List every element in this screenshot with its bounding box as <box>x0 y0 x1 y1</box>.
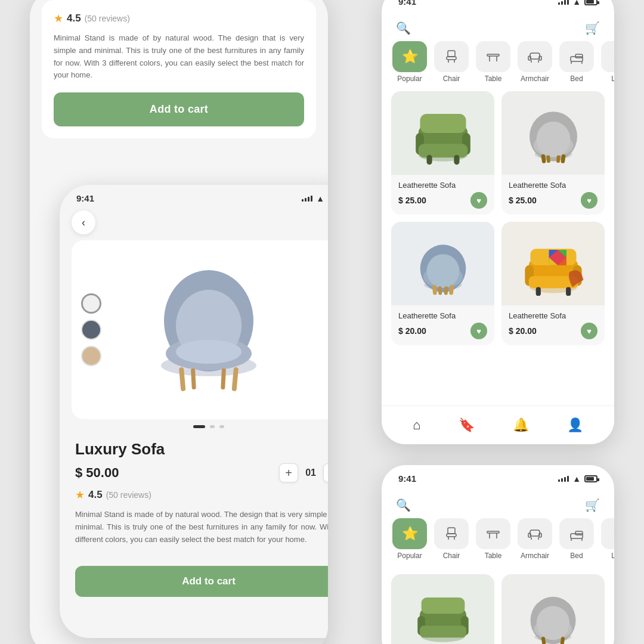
bottom-star-icon: ★ <box>75 488 85 501</box>
bottom-product-card-2[interactable] <box>501 574 605 644</box>
product-card-1-favorite-button[interactable]: ♥ <box>470 192 487 209</box>
bottom-category-bed-label: Bed <box>570 552 583 560</box>
product-card-2[interactable]: Leatherette Sofa $ 25.00 ♥ <box>501 91 605 215</box>
quantity-control: + 01 − <box>279 463 328 482</box>
right-wifi-icon: ▲ <box>572 0 581 7</box>
category-armchair-label: Armchair <box>521 75 549 83</box>
color-swatch-gray[interactable] <box>81 320 101 340</box>
top-add-to-cart-button[interactable]: Add to cart <box>54 92 304 126</box>
category-popular-icon: ⭐ <box>392 41 427 72</box>
nav-home-icon[interactable]: ⌂ <box>413 417 420 433</box>
product-card-4-info: Leatherette Sofa $ 20.00 ♥ <box>501 305 605 345</box>
dot-inactive-2 <box>219 425 224 428</box>
bottom-category-armchair[interactable]: Armchair <box>516 518 553 560</box>
category-lamp[interactable]: La... <box>600 41 614 83</box>
svg-rect-62 <box>535 287 540 296</box>
price-qty-row: $ 50.00 + 01 − <box>75 463 328 482</box>
product-card-3-bottom: $ 20.00 ♥ <box>398 323 487 339</box>
bottom-add-to-cart-button[interactable]: Add to cart <box>75 566 328 597</box>
dot-inactive-1 <box>210 425 215 428</box>
bottom-category-popular-label: Popular <box>397 552 422 560</box>
product-card-1-name: Leatherette Sofa <box>398 181 487 190</box>
quantity-decrement-button[interactable]: − <box>323 463 328 482</box>
search-icon[interactable]: 🔍 <box>396 21 411 35</box>
product-card-2-image <box>501 91 605 175</box>
bottom-right-status-bar: 9:41 ▲ <box>382 465 614 488</box>
categories-row: ⭐ Popular Chair Table <box>382 41 614 91</box>
product-card-2-favorite-button[interactable]: ♥ <box>581 192 597 209</box>
signal-bars-icon <box>302 196 312 202</box>
bottom-right-status-time: 9:41 <box>398 473 416 484</box>
product-detail-phone: 9:41 ▲ ‹ <box>60 185 328 638</box>
category-table-label: Table <box>485 75 502 83</box>
page-dots <box>60 425 328 428</box>
bottom-product-card-1[interactable] <box>391 574 494 644</box>
cart-icon[interactable]: 🛒 <box>585 21 600 35</box>
product-card-3[interactable]: Leatherette Sofa $ 20.00 ♥ <box>391 222 494 345</box>
back-button[interactable]: ‹ <box>72 210 95 234</box>
product-card-4-image <box>501 222 605 305</box>
svg-rect-71 <box>530 530 540 536</box>
product-card-1-bottom: $ 25.00 ♥ <box>398 192 487 209</box>
rating-row: ★ 4.5 (50 reviews) <box>54 12 304 25</box>
category-chair-label: Chair <box>443 75 460 83</box>
status-bar: 9:41 ▲ <box>60 185 328 208</box>
right-header: 🔍 🛒 <box>382 11 614 41</box>
svg-rect-41 <box>546 155 550 163</box>
product-info: Luxury Sofa $ 50.00 + 01 − ★ 4.5 (50 rev… <box>60 434 328 546</box>
category-lamp-icon <box>601 41 614 72</box>
product-card-3-name: Leatherette Sofa <box>398 311 487 320</box>
bottom-right-header: 🔍 🛒 <box>382 488 614 518</box>
svg-rect-65 <box>447 534 456 537</box>
bottom-rating-row: ★ 4.5 (50 reviews) <box>75 488 328 501</box>
product-card-1-price: $ 25.00 <box>398 196 426 205</box>
bottom-category-chair-icon <box>434 518 469 549</box>
category-armchair-icon <box>518 41 552 72</box>
bottom-right-status-icons: ▲ <box>558 474 597 484</box>
color-swatch-white[interactable] <box>81 293 101 314</box>
product-card-1-info: Leatherette Sofa $ 25.00 ♥ <box>391 175 494 215</box>
product-card-3-favorite-button[interactable]: ♥ <box>470 323 487 339</box>
quantity-value: 01 <box>305 467 316 478</box>
right-status-time: 9:41 <box>398 0 416 7</box>
svg-rect-64 <box>448 528 455 534</box>
bottom-category-popular[interactable]: ⭐ Popular <box>391 518 428 560</box>
nav-bell-icon[interactable]: 🔔 <box>513 417 529 433</box>
bottom-category-table-label: Table <box>485 552 502 560</box>
svg-rect-31 <box>418 144 467 157</box>
bottom-category-table[interactable]: Table <box>475 518 512 560</box>
bottom-category-lamp[interactable]: La... <box>600 518 614 560</box>
product-card-2-bottom: $ 25.00 ♥ <box>509 192 597 209</box>
product-card-4-price: $ 20.00 <box>509 326 537 336</box>
category-popular[interactable]: ⭐ Popular <box>391 41 428 83</box>
svg-rect-86 <box>419 626 466 637</box>
product-card-4-favorite-button[interactable]: ♥ <box>581 323 597 339</box>
nav-user-icon[interactable]: 👤 <box>567 417 583 433</box>
quantity-increment-button[interactable]: + <box>279 463 298 482</box>
category-table[interactable]: Table <box>475 41 512 83</box>
bottom-right-search-icon[interactable]: 🔍 <box>396 498 411 512</box>
top-product-description: Minimal Stand is made of by natural wood… <box>54 32 304 82</box>
category-armchair[interactable]: Armchair <box>516 41 553 83</box>
svg-rect-17 <box>528 56 531 60</box>
svg-rect-13 <box>487 54 499 56</box>
bottom-category-chair[interactable]: Chair <box>433 518 470 560</box>
product-card-2-price: $ 25.00 <box>509 196 537 205</box>
color-swatch-beige[interactable] <box>81 346 101 366</box>
nav-bookmark-icon[interactable]: 🔖 <box>459 417 475 433</box>
category-chair-icon <box>434 41 469 72</box>
category-bed[interactable]: Bed <box>558 41 595 83</box>
product-price: $ 50.00 <box>75 465 119 481</box>
product-card-2-name: Leatherette Sofa <box>509 181 597 190</box>
product-card-4[interactable]: Leatherette Sofa $ 20.00 ♥ <box>501 222 605 345</box>
top-product-card: ★ 4.5 (50 reviews) Minimal Stand is made… <box>42 0 316 138</box>
category-chair[interactable]: Chair <box>433 41 470 83</box>
star-icon: ★ <box>54 12 63 25</box>
svg-rect-63 <box>566 287 571 296</box>
bottom-rating-value: 4.5 <box>88 489 103 501</box>
svg-point-46 <box>426 254 459 288</box>
bottom-right-cart-icon[interactable]: 🛒 <box>585 498 600 512</box>
svg-rect-9 <box>448 51 455 57</box>
product-card-1[interactable]: Leatherette Sofa $ 25.00 ♥ <box>391 91 494 215</box>
bottom-category-bed[interactable]: Bed <box>558 518 595 560</box>
